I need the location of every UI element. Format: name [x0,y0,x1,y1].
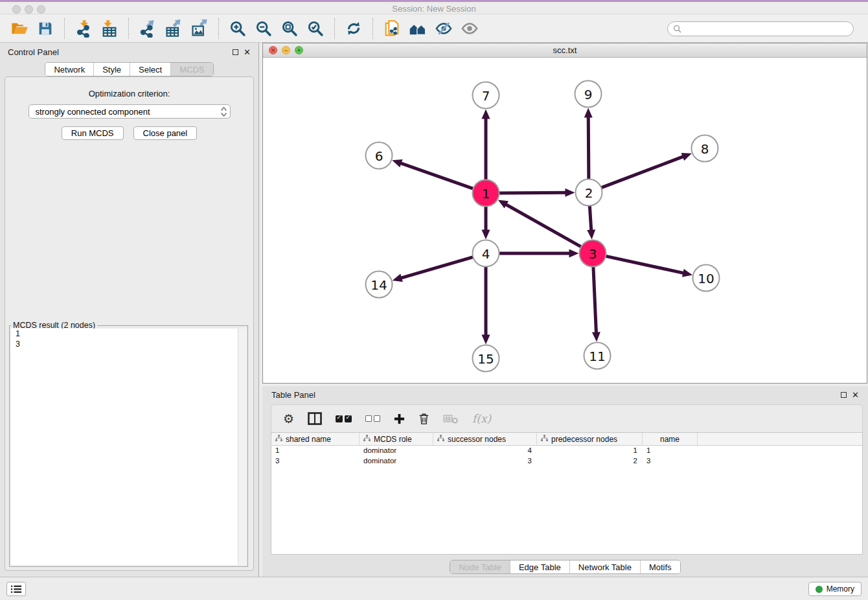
search-input[interactable] [681,24,848,33]
table-row[interactable]: 3dominator323 [271,456,862,467]
import-table-button[interactable] [97,17,122,40]
column-header-name[interactable]: name [643,433,698,445]
function-builder-button[interactable]: f(x) [472,412,491,425]
show-all-button[interactable] [457,17,483,40]
result-item[interactable]: 3 [11,339,246,349]
import-network-button[interactable] [71,17,97,40]
table-cell: 3 [433,456,537,467]
save-session-button[interactable] [32,17,58,40]
graph-edge-1-2[interactable] [497,189,575,197]
close-table-panel-icon[interactable]: ✕ [852,392,859,398]
graph-node-11[interactable]: 11 [584,343,611,369]
graph-node-8[interactable]: 8 [692,135,718,162]
zoom-fit-button[interactable] [277,17,303,40]
tab-motifs[interactable]: Motifs [640,560,680,573]
export-image-button[interactable] [187,17,212,40]
search-box [667,21,854,36]
column-header-successor-nodes[interactable]: successor nodes [433,433,537,445]
graph-edge-3-11[interactable] [592,265,600,341]
graph-edge-1-6[interactable] [392,159,474,189]
graph-edge-4-15[interactable] [482,266,490,345]
graph-node-3[interactable]: 3 [580,240,606,267]
result-item[interactable]: 1 [11,329,246,339]
table-cell: 3 [643,456,698,467]
delete-row-button[interactable] [418,413,429,425]
mcds-result-box: MCDS result (2 nodes) 13 [9,321,248,567]
column-header-shared-name[interactable]: shared name [271,433,360,445]
tab-network-table[interactable]: Network Table [569,560,640,573]
graph-node-2[interactable]: 2 [576,179,602,206]
run-mcds-button[interactable]: Run MCDS [62,126,124,140]
hide-selected-button[interactable] [431,17,457,40]
graph-edge-2-9[interactable] [584,108,593,180]
import-network-icon [74,19,93,38]
graph-edge-3-1[interactable] [498,200,582,248]
tab-edge-table[interactable]: Edge Table [510,560,569,573]
deselect-all-icon [365,415,380,422]
column-network-icon [363,435,371,444]
close-panel-button[interactable]: Close panel [133,126,198,140]
table-toolbar: ⚙ f(x) [271,404,863,432]
open-folder-icon [10,19,29,38]
graph-node-10[interactable]: 10 [693,265,720,292]
graph-node-1[interactable]: 1 [473,180,499,207]
mcds-pane: Optimization criterion: strongly connect… [5,76,254,571]
tab-node-table[interactable]: Node Table [450,560,510,573]
task-history-button[interactable] [6,582,26,596]
network-canvas[interactable]: 7968124314101511 [263,58,867,383]
graph-edge-2-3[interactable] [587,204,595,239]
zoom-selected-button[interactable] [303,17,328,40]
eye-slash-icon [435,19,453,38]
column-header-predecessor-nodes[interactable]: predecessor nodes [537,433,643,445]
svg-text:3: 3 [589,246,597,262]
export-network-button[interactable] [135,17,161,40]
graph-node-7[interactable]: 7 [473,82,499,109]
result-scrollbar[interactable] [238,329,246,565]
memory-button[interactable]: Memory [808,582,862,596]
export-table-button[interactable] [161,17,187,40]
zoom-in-button[interactable] [225,17,251,40]
tab-mcds[interactable]: MCDS [170,63,212,76]
float-panel-icon[interactable] [233,49,238,55]
column-header-MCDS-role[interactable]: MCDS role [360,433,433,445]
home-button[interactable] [405,17,431,40]
add-column-button[interactable] [394,413,405,424]
list-icon [10,584,22,594]
table-row[interactable]: 1dominator411 [271,446,862,456]
memory-status-icon [816,586,823,593]
graph-node-9[interactable]: 9 [575,81,602,108]
optimization-select[interactable]: strongly connected component [29,104,231,119]
plus-icon [394,413,405,424]
select-all-button[interactable] [336,415,352,422]
tab-network[interactable]: Network [45,63,93,76]
network-window: ✕ − + scc.txt 7968124314101511 [262,43,867,384]
toolbar-separator [334,18,335,39]
graph-node-15[interactable]: 15 [473,345,499,372]
table-settings-button[interactable]: ⚙ [283,411,294,426]
table-panel-header: Table Panel ✕ [262,386,868,403]
deselect-all-button[interactable] [365,415,380,422]
toolbar-separator [64,18,65,39]
show-columns-button[interactable] [308,412,322,425]
zoom-in-icon [229,19,247,38]
float-table-panel-icon[interactable] [841,392,847,398]
refresh-button[interactable] [341,17,367,40]
graph-edge-4-14[interactable] [393,257,475,282]
close-panel-icon[interactable]: ✕ [244,49,251,55]
graph-edge-2-8[interactable] [600,153,692,189]
graph-edge-4-3[interactable] [498,249,579,258]
graph-edge-1-7[interactable] [482,110,490,181]
graph-node-14[interactable]: 14 [366,271,393,298]
graph-node-6[interactable]: 6 [366,143,393,169]
graph-edge-1-4[interactable] [482,205,490,240]
svg-text:6: 6 [375,148,383,164]
network-from-file-button[interactable] [379,17,405,40]
tab-style[interactable]: Style [93,63,130,76]
open-session-button[interactable] [6,17,32,40]
tab-select[interactable]: Select [130,63,170,76]
zoom-out-button[interactable] [251,17,277,40]
mcds-result-list[interactable]: 13 [11,329,246,565]
delete-column-button[interactable] [443,413,459,424]
graph-edge-3-10[interactable] [604,256,692,277]
graph-node-4[interactable]: 4 [473,240,499,267]
